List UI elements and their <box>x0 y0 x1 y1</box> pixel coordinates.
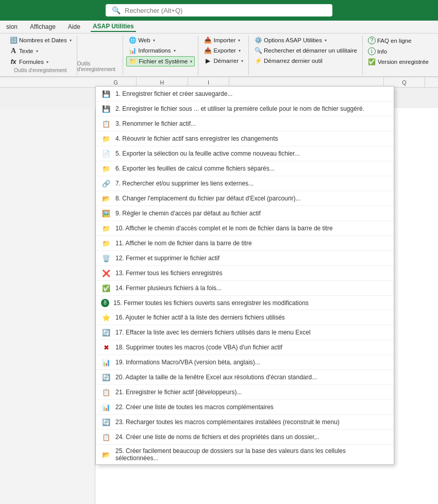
item-text: 23. Recharger toutes les macros compléme… <box>115 418 389 426</box>
info-chart-icon: 📊 <box>128 47 137 54</box>
dropdown-item[interactable]: 815. Fermer toutes les fichiers ouverts … <box>96 296 394 310</box>
dropdown-arrow: ▾ <box>174 48 176 53</box>
btn-faq[interactable]: ? FAQ en ligne <box>366 36 431 45</box>
btn-fichier-systeme[interactable]: 📁 Fichier et Système ▾ <box>126 56 195 66</box>
item-text: 1. Enregistrer fichier et créer sauvegar… <box>115 90 389 97</box>
dropdown-item[interactable]: ❌13. Fermer tous les fichiers enregistré… <box>96 266 394 281</box>
item-text: 19. Informations Macro/VBA (version bèta… <box>115 359 389 366</box>
item-text: 5. Exporter la sélection ou la feuille a… <box>115 150 389 157</box>
item-icon: 📁 <box>101 134 111 143</box>
dropdown-item[interactable]: 📊19. Informations Macro/VBA (version bèt… <box>96 355 394 370</box>
item-icon: 🔗 <box>101 179 111 188</box>
btn-demarrer[interactable]: ▶ Démarrer ▾ <box>201 56 245 65</box>
item-icon: 📋 <box>101 388 111 397</box>
dropdown-item[interactable]: 🔄17. Effacer la liste avec les derniers … <box>96 325 394 340</box>
item-text: 9. Régler le chemin d'accès par défaut a… <box>115 210 389 217</box>
dropdown-item[interactable]: 💾2. Enregistrer le fichier sous ... et u… <box>96 102 394 116</box>
web-icon: 🌐 <box>128 37 137 44</box>
dropdown-item[interactable]: 📂25. Créer facilement beaucoup de dossie… <box>96 445 394 464</box>
info-icon: i <box>368 47 376 55</box>
item-text: 16. Ajouter le fichier actif à la liste … <box>115 314 389 321</box>
item-icon: 📂 <box>101 450 111 459</box>
menu-item-sion[interactable]: sion <box>4 22 20 31</box>
dropdown-item[interactable]: 📁6. Exporter les feuilles de calcul comm… <box>96 161 394 176</box>
item-text: 6. Exporter les feuilles de calcul comme… <box>115 165 389 172</box>
dropdown-arrow: ▾ <box>46 60 48 64</box>
dropdown-item[interactable]: 🖼️9. Régler le chemin d'accès par défaut… <box>96 206 394 221</box>
dropdown-menu: 💾1. Enregistrer fichier et créer sauvega… <box>95 86 394 465</box>
lightning-icon: ⚡ <box>254 57 262 64</box>
dropdown-item[interactable]: 📁4. Réouvrir le fichier actif sans enreg… <box>96 131 394 146</box>
dropdown-item[interactable]: 📄5. Exporter la sélection ou la feuille … <box>96 146 394 161</box>
btn-rechercher-utilitaire[interactable]: 🔍 Rechercher et démarrer un utilitaire <box>252 46 359 55</box>
item-text: 17. Effacer la liste avec les derniers f… <box>115 329 389 336</box>
dropdown-item[interactable]: 📋3. Renommer le fichier actif... <box>96 116 394 131</box>
file-icon: 📁 <box>129 58 137 65</box>
item-text: 2. Enregistrer le fichier sous ... et ut… <box>115 105 389 112</box>
gear-icon: ⚙️ <box>254 37 262 44</box>
dropdown-arrow: ▾ <box>190 59 192 64</box>
item-text: 13. Fermer tous les fichiers enregistrés <box>115 270 389 277</box>
dropdown-item[interactable]: ⭐16. Ajouter le fichier actif à la liste… <box>96 310 394 325</box>
dropdown-item[interactable]: 🔄20. Adapter la taille de la fenêtre Exc… <box>96 370 394 385</box>
dropdown-item[interactable]: 📁10. Afficher le chemin d'accès complet … <box>96 221 394 236</box>
dropdown-item[interactable]: ✖18. Supprimer toutes les macros (code V… <box>96 340 394 355</box>
btn-version[interactable]: ✅ Version enregistrée <box>366 57 431 66</box>
item-icon: 📂 <box>101 194 111 203</box>
menu-bar: sion Affichage Aide ASAP Utilities <box>0 21 438 33</box>
item-icon: 📋 <box>101 432 111 442</box>
btn-informations[interactable]: 📊 Informations ▾ <box>126 46 195 55</box>
item-text: 24. Créer une liste de noms de fichiers … <box>115 433 389 441</box>
dropdown-item[interactable]: 📋24. Créer une liste de noms de fichiers… <box>96 430 394 445</box>
ribbon-group-faq: ? FAQ en ligne i Info ✅ Version enregist… <box>363 36 434 75</box>
btn-texte[interactable]: A Texte ▾ <box>7 46 74 56</box>
search-bar: 🔍 <box>0 0 438 21</box>
item-text: 10. Afficher le chemin d'accès complet e… <box>115 225 389 232</box>
item-icon: ⭐ <box>101 313 111 322</box>
dropdown-item[interactable]: 💾1. Enregistrer fichier et créer sauvega… <box>96 87 394 102</box>
btn-info[interactable]: i Info <box>366 46 431 56</box>
menu-item-asap[interactable]: ASAP Utilities <box>91 22 136 32</box>
menu-item-aide[interactable]: Aide <box>66 22 82 31</box>
dropdown-item[interactable]: 📂8. Changer l'emplacement du fichier par… <box>96 191 394 206</box>
ribbon-group-import: 📥 Importer ▾ 📤 Exporter ▾ ▶ Démarrer ▾ <box>198 36 249 75</box>
dropdown-item[interactable]: 🗑️12. Fermer et supprimer le fichier act… <box>96 251 394 266</box>
item-text: 3. Renommer le fichier actif... <box>115 120 389 127</box>
formula-icon: fx <box>9 58 18 65</box>
item-icon: 📊 <box>101 358 111 367</box>
export-icon: 📤 <box>204 47 212 54</box>
btn-formules[interactable]: fx Formules ▾ <box>7 57 74 66</box>
dropdown-item[interactable]: 📁11. Afficher le nom de fichier dans la … <box>96 236 394 251</box>
dropdown-item[interactable]: 📊22. Créer une liste de toutes les macro… <box>96 400 394 415</box>
ribbon: 🔢 Nombres et Dates ▾ A Texte ▾ fx Formul… <box>0 33 438 77</box>
item-icon: 🔄 <box>101 417 111 427</box>
dropdown-item[interactable]: 🔗7. Rechercher et/ou supprimer les liens… <box>96 176 394 191</box>
search-input[interactable] <box>125 7 326 14</box>
dropdown-item[interactable]: ✅14. Fermer plusieurs fichiers à la fois… <box>96 281 394 296</box>
btn-demarrer-dernier[interactable]: ⚡ Démarrez dernier outil <box>252 56 359 65</box>
text-icon: A <box>9 47 18 55</box>
btn-nombres-dates[interactable]: 🔢 Nombres et Dates ▾ <box>7 36 74 45</box>
item-text: 25. Créer facilement beaucoup de dossier… <box>115 447 389 462</box>
import-icon: 📥 <box>204 37 212 44</box>
item-icon: 🗑️ <box>101 254 111 263</box>
dropdown-arrow: ▾ <box>241 59 243 63</box>
item-icon: 📄 <box>101 149 111 158</box>
search-icon: 🔍 <box>112 6 121 14</box>
btn-web[interactable]: 🌐 Web ▾ <box>126 36 195 45</box>
item-icon: 📋 <box>101 119 111 128</box>
item-icon: ❌ <box>101 268 111 278</box>
btn-options[interactable]: ⚙️ Options ASAP Utilities ▾ <box>252 36 359 45</box>
btn-importer[interactable]: 📥 Importer ▾ <box>201 36 245 45</box>
dropdown-item[interactable]: 📋21. Enregistrer le fichier actif {dével… <box>96 385 394 400</box>
item-icon: 📊 <box>101 402 111 412</box>
item-icon: 8 <box>101 299 109 307</box>
btn-exporter[interactable]: 📤 Exporter ▾ <box>201 46 245 55</box>
play-icon: ▶ <box>204 57 212 64</box>
menu-item-affichage[interactable]: Affichage <box>28 22 58 31</box>
dropdown-item[interactable]: 🔄23. Recharger toutes les macros complém… <box>96 415 394 430</box>
item-icon: 🖼️ <box>101 209 111 218</box>
item-text: 20. Adapter la taille de la fenêtre Exce… <box>115 374 389 381</box>
ribbon-group-options: ⚙️ Options ASAP Utilities ▾ 🔍 Rechercher… <box>249 36 363 75</box>
item-icon: 📁 <box>101 164 111 173</box>
